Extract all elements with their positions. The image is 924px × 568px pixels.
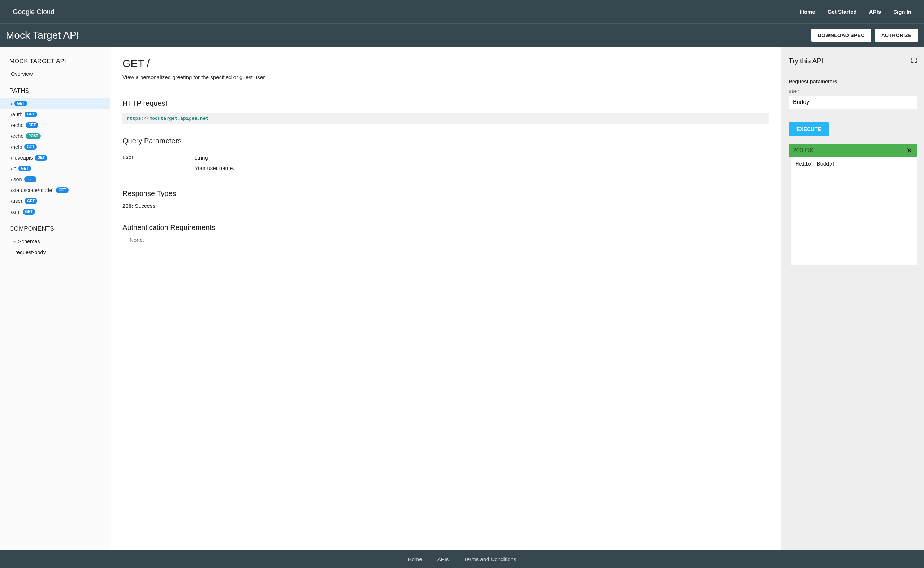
sidebar-path-item[interactable]: /statuscode/{code}GET bbox=[0, 185, 110, 196]
footer: Home APIs Terms and Conditions bbox=[0, 550, 924, 568]
param-type: string bbox=[195, 154, 769, 160]
sidebar-api-title: MOCK TARGET API bbox=[0, 54, 110, 69]
api-header: Mock Target API DOWNLOAD SPEC AUTHORIZE bbox=[0, 23, 924, 47]
endpoint-description: View a personalized greeting for the spe… bbox=[123, 74, 769, 89]
response-body: Hello, Buddy! bbox=[789, 157, 917, 265]
path-label: /echo bbox=[11, 122, 23, 128]
path-label: /xml bbox=[11, 209, 21, 215]
path-label: /ip bbox=[11, 166, 16, 171]
response-status-bar: 200 OK ✕ bbox=[789, 144, 917, 157]
method-badge: GET bbox=[24, 144, 37, 150]
response-code: 200: bbox=[123, 203, 133, 209]
close-icon[interactable]: ✕ bbox=[906, 147, 912, 154]
sidebar-overview[interactable]: Overview bbox=[0, 69, 110, 79]
fullscreen-icon[interactable] bbox=[911, 58, 917, 64]
footer-terms[interactable]: Terms and Conditions bbox=[464, 556, 516, 562]
path-label: /auth bbox=[11, 112, 23, 117]
method-badge: GET bbox=[14, 101, 27, 106]
execute-button[interactable]: EXECUTE bbox=[789, 122, 829, 136]
nav-sign-in[interactable]: Sign In bbox=[893, 9, 911, 15]
sidebar-path-item[interactable]: /xmlGET bbox=[0, 206, 110, 217]
sidebar-path-item[interactable]: /GET bbox=[0, 98, 110, 109]
endpoint-title: GET / bbox=[123, 58, 769, 69]
method-badge: GET bbox=[24, 112, 37, 117]
path-label: /iloveapis bbox=[11, 155, 32, 160]
nav-apis[interactable]: APIs bbox=[869, 9, 881, 15]
request-parameters-heading: Request parameters bbox=[789, 79, 917, 85]
sidebar-overview-label: Overview bbox=[11, 71, 32, 77]
method-badge: GET bbox=[18, 166, 31, 171]
sidebar-path-item[interactable]: /iloveapisGET bbox=[0, 152, 110, 163]
method-badge: GET bbox=[24, 198, 37, 204]
method-badge: GET bbox=[35, 155, 47, 160]
param-name: user bbox=[123, 154, 195, 171]
top-nav-links: Home Get Started APIs Sign In bbox=[800, 9, 911, 15]
footer-home[interactable]: Home bbox=[408, 556, 422, 562]
try-api-panel: Try this API Request parameters user EXE… bbox=[781, 47, 924, 550]
sidebar-paths-title: PATHS bbox=[0, 84, 110, 98]
sidebar: MOCK TARGET API Overview PATHS /GET/auth… bbox=[0, 47, 110, 550]
download-spec-button[interactable]: DOWNLOAD SPEC bbox=[811, 29, 871, 42]
nav-home[interactable]: Home bbox=[800, 9, 815, 15]
logo-cloud: Cloud bbox=[36, 8, 55, 16]
sidebar-path-item[interactable]: /echoGET bbox=[0, 120, 110, 131]
method-badge: POST bbox=[26, 133, 41, 139]
query-parameters-heading: Query Parameters bbox=[123, 137, 769, 145]
footer-apis[interactable]: APIs bbox=[438, 556, 449, 562]
path-label: /statuscode/{code} bbox=[11, 187, 54, 193]
param-user-input[interactable] bbox=[789, 96, 917, 109]
method-badge: GET bbox=[23, 209, 35, 215]
method-badge: GET bbox=[26, 122, 38, 128]
http-request-url: https://mocktarget.apigee.net bbox=[123, 113, 769, 124]
sidebar-schemas-label: Schemas bbox=[18, 239, 40, 244]
logo-google: Google bbox=[13, 8, 35, 16]
response-types-heading: Response Types bbox=[123, 189, 769, 198]
sidebar-path-item[interactable]: /jsonGET bbox=[0, 174, 110, 185]
nav-get-started[interactable]: Get Started bbox=[827, 9, 857, 15]
path-label: / bbox=[11, 101, 12, 106]
top-nav: Google Cloud Home Get Started APIs Sign … bbox=[0, 0, 924, 23]
auth-value: None. bbox=[123, 237, 769, 243]
authorize-button[interactable]: AUTHORIZE bbox=[875, 29, 918, 42]
param-description: Your user name. bbox=[195, 165, 769, 171]
param-user-label: user bbox=[789, 89, 917, 94]
query-parameter-row: user string Your user name. bbox=[123, 150, 769, 177]
sidebar-path-item[interactable]: /echoPOST bbox=[0, 131, 110, 142]
path-label: /user bbox=[11, 198, 23, 204]
sidebar-path-item[interactable]: /helpGET bbox=[0, 142, 110, 152]
response-status-text: 200 OK bbox=[793, 147, 814, 154]
sidebar-components-title: COMPONENTS bbox=[0, 222, 110, 236]
chevron-down-icon bbox=[12, 240, 17, 243]
api-title: Mock Target API bbox=[6, 30, 79, 41]
auth-requirements-heading: Authentication Requirements bbox=[123, 224, 769, 232]
http-request-heading: HTTP request bbox=[123, 99, 769, 107]
google-cloud-logo: Google Cloud bbox=[13, 8, 55, 16]
sidebar-schemas-toggle[interactable]: Schemas bbox=[0, 236, 110, 247]
response-type-200: 200: Success bbox=[123, 203, 769, 209]
sidebar-path-item[interactable]: /userGET bbox=[0, 196, 110, 206]
response-text: Success bbox=[133, 203, 155, 209]
sidebar-path-item[interactable]: /authGET bbox=[0, 109, 110, 120]
method-badge: GET bbox=[24, 177, 37, 182]
doc-panel: GET / View a personalized greeting for t… bbox=[110, 47, 781, 550]
try-api-title: Try this API bbox=[789, 57, 823, 65]
sidebar-path-item[interactable]: /ipGET bbox=[0, 163, 110, 174]
path-label: /echo bbox=[11, 133, 23, 139]
path-label: /help bbox=[11, 144, 22, 150]
method-badge: GET bbox=[56, 187, 69, 193]
path-label: /json bbox=[11, 177, 22, 182]
sidebar-schema-request-body[interactable]: request-body bbox=[0, 247, 110, 258]
